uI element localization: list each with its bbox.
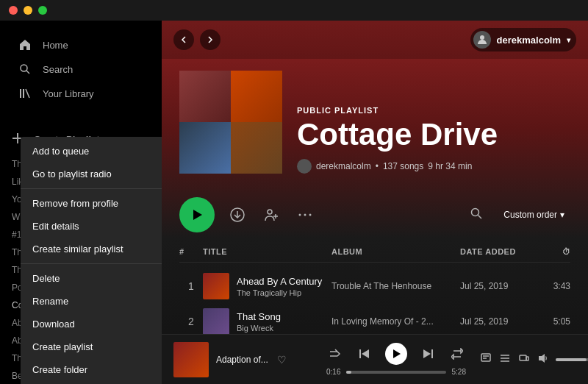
play-pause-button[interactable] (385, 343, 407, 365)
svg-point-0 (21, 65, 27, 71)
more-options-button[interactable] (294, 204, 316, 226)
volume-bar[interactable] (556, 358, 588, 361)
now-playing-actions: ♡ (276, 352, 288, 367)
maximize-button[interactable] (38, 6, 47, 15)
sidebar-item-search[interactable]: Search (6, 57, 156, 81)
track-list: # TITLE ALBUM DATE ADDED ⏱ 1 Ahead By A … (162, 241, 588, 334)
now-playing-title: Adaption of... (216, 355, 268, 365)
svg-rect-21 (481, 354, 490, 361)
previous-button[interactable] (356, 345, 373, 363)
lyrics-button[interactable] (479, 352, 492, 367)
svg-rect-2 (20, 89, 21, 98)
svg-marker-20 (423, 349, 431, 358)
home-icon (18, 38, 32, 52)
context-menu-item-remove-profile[interactable]: Remove from profile (21, 192, 162, 215)
next-button[interactable] (419, 345, 437, 363)
sidebar: Home Search Your Library Creat (0, 21, 162, 384)
track-thumb-1 (203, 273, 229, 299)
chevron-down-icon: ▾ (560, 210, 564, 220)
forward-button[interactable] (200, 29, 220, 50)
track-artist-2: Big Wreck (237, 324, 281, 333)
repeat-button[interactable] (448, 345, 466, 363)
meta-separator: • (376, 161, 379, 171)
playlist-meta: derekmalcolm • 137 songs 9 hr 34 min (297, 159, 570, 174)
playlist-controls: Custom order ▾ (162, 188, 588, 241)
art-cell-2 (231, 71, 282, 122)
context-menu-item-create-playlist[interactable]: Create playlist (21, 335, 162, 358)
devices-button[interactable] (517, 352, 531, 367)
shuffle-button[interactable] (326, 345, 344, 363)
progress-fill (346, 371, 351, 374)
progress-current-time: 0:16 (326, 368, 340, 376)
track-duration-1: 3:43 (534, 281, 570, 291)
progress-total-time: 5:28 (452, 368, 466, 376)
svg-point-12 (304, 214, 306, 216)
track-info-2: That Song Big Wreck (203, 308, 331, 334)
track-name-1: Ahead By A Century (237, 276, 322, 287)
queue-button[interactable] (498, 352, 512, 367)
playlist-art (179, 71, 282, 174)
custom-order-label: Custom order (503, 210, 557, 220)
heart-button[interactable]: ♡ (276, 352, 288, 367)
context-menu-item-rename[interactable]: Rename (21, 290, 162, 313)
playlist-title: Cottage Drive (297, 119, 570, 150)
context-menu-item-download[interactable]: Download (21, 313, 162, 335)
table-row[interactable]: 2 That Song Big Wreck In Loving Memory O… (179, 304, 570, 334)
main-content: derekmalcolm ▾ PUBLIC PLAYLIST Cottage D… (162, 21, 588, 384)
col-header-date: DATE ADDED (460, 247, 534, 256)
svg-rect-27 (520, 355, 526, 360)
volume-icon-button[interactable] (537, 352, 550, 367)
back-button[interactable] (173, 29, 194, 50)
col-header-duration: ⏱ (534, 247, 570, 256)
context-menu-item-create-folder[interactable]: Create folder (21, 358, 162, 381)
svg-point-13 (309, 214, 312, 216)
username-label: derekmalcolm (497, 35, 561, 46)
svg-point-11 (299, 214, 301, 216)
custom-order-dropdown[interactable]: Custom order ▾ (498, 207, 570, 223)
player-bar: Adaption of... ♡ (162, 334, 588, 384)
track-num-2: 2 (179, 316, 203, 327)
now-playing: Adaption of... ♡ (173, 342, 320, 377)
art-cell-4 (231, 122, 282, 174)
meta-owner: derekmalcolm (316, 161, 371, 171)
title-bar (0, 0, 588, 21)
svg-point-10 (268, 210, 272, 214)
track-header: # TITLE ALBUM DATE ADDED ⏱ (179, 241, 570, 263)
app-body: Home Search Your Library Creat (0, 21, 588, 384)
svg-marker-7 (193, 210, 202, 220)
progress-bar[interactable] (346, 371, 445, 374)
table-row[interactable]: 1 Ahead By A Century The Tragically Hip … (179, 269, 570, 304)
track-duration-2: 5:05 (534, 316, 570, 327)
now-playing-thumb (173, 342, 209, 377)
svg-point-6 (480, 35, 484, 40)
search-tracks-button[interactable] (467, 204, 486, 226)
svg-marker-17 (362, 349, 369, 358)
top-bar: derekmalcolm ▾ (162, 21, 588, 59)
context-menu-item-edit-details[interactable]: Edit details (21, 215, 162, 238)
col-header-title: TITLE (203, 247, 331, 256)
user-chevron-icon: ▾ (567, 36, 570, 44)
track-info-1: Ahead By A Century The Tragically Hip (203, 273, 331, 299)
playlist-header: PUBLIC PLAYLIST Cottage Drive derekmalco… (162, 59, 588, 188)
volume-fill (556, 358, 587, 361)
context-menu-item-delete[interactable]: Delete (21, 267, 162, 290)
playlist-play-button[interactable] (179, 197, 215, 232)
context-menu-item-add-to-queue[interactable]: Add to queue (21, 140, 162, 163)
add-user-button[interactable] (260, 204, 282, 226)
sidebar-search-label: Search (43, 64, 73, 75)
player-controls (326, 343, 466, 365)
player-center: 0:16 5:28 (326, 343, 466, 376)
close-button[interactable] (9, 6, 18, 15)
user-menu[interactable]: derekmalcolm ▾ (470, 28, 576, 51)
svg-marker-18 (393, 349, 401, 358)
sidebar-home-label: Home (43, 40, 68, 51)
context-menu-item-goto-radio[interactable]: Go to playlist radio (21, 163, 162, 185)
track-album-2: In Loving Memory Of - 2... (331, 316, 460, 327)
context-menu-item-create-similar[interactable]: Create similar playlist (21, 238, 162, 260)
sidebar-item-library[interactable]: Your Library (6, 82, 156, 105)
track-num-1: 1 (179, 280, 203, 292)
minimize-button[interactable] (24, 6, 32, 15)
sidebar-item-home[interactable]: Home (6, 33, 156, 57)
svg-line-1 (26, 71, 29, 74)
download-button[interactable] (226, 204, 248, 226)
